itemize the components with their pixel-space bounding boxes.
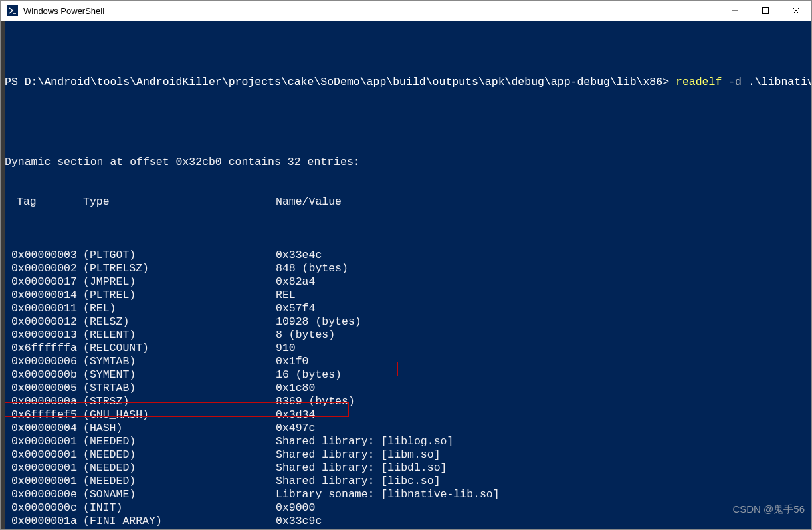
output-rows: 0x00000003(PLTGOT)0x33e4c 0x00000002(PLT… xyxy=(5,249,809,529)
column-headers: TagTypeName/Value xyxy=(5,196,809,209)
cell-tag: 0x00000012 xyxy=(5,315,83,329)
cell-tag: 0x0000000b xyxy=(5,368,83,382)
cell-value: 0x497c xyxy=(276,422,315,435)
cell-type: (PLTRELSZ) xyxy=(83,262,276,275)
table-row: 0x00000003(PLTGOT)0x33e4c xyxy=(5,249,809,262)
prompt-gt: > xyxy=(662,76,669,88)
cell-tag: 0x00000002 xyxy=(5,262,83,275)
cell-type: (JMPREL) xyxy=(83,275,276,289)
table-row: 0x00000001(NEEDED)Shared library: [libdl… xyxy=(5,462,809,475)
cell-tag: 0x00000001 xyxy=(5,435,83,448)
cell-type: (RELSZ) xyxy=(83,315,276,329)
table-row: 0x00000001(NEEDED)Shared library: [libc.… xyxy=(5,475,809,488)
cell-value: 0x33c9c xyxy=(276,515,322,528)
close-button[interactable] xyxy=(781,1,811,21)
cell-tag: 0x6ffffef5 xyxy=(5,408,83,422)
cell-type: (RELENT) xyxy=(83,329,276,342)
cell-tag: 0x00000001 xyxy=(5,475,83,488)
table-row: 0x00000011(REL)0x57f4 xyxy=(5,302,809,315)
app-window: Windows PowerShell PS D:\Android\tools\A… xyxy=(0,0,812,530)
cell-value: REL xyxy=(276,289,296,302)
cell-type: (STRTAB) xyxy=(83,382,276,395)
cell-type: (SYMENT) xyxy=(83,368,276,382)
cell-value: 8 (bytes) xyxy=(276,528,335,529)
cell-value: Shared library: [libm.so] xyxy=(276,448,441,462)
cwd-path: D:\Android\tools\AndroidKiller\projects\… xyxy=(25,76,662,88)
hdr-value: Name/Value xyxy=(276,196,342,209)
minimize-button[interactable] xyxy=(720,1,750,21)
cell-type: (PLTGOT) xyxy=(83,249,276,262)
cell-value: 0x1c80 xyxy=(276,382,315,395)
cell-tag: 0x0000001c xyxy=(5,528,83,529)
titlebar[interactable]: Windows PowerShell xyxy=(1,1,811,21)
cell-tag: 0x00000014 xyxy=(5,289,83,302)
cell-tag: 0x00000001 xyxy=(5,462,83,475)
cell-value: 0x1f0 xyxy=(276,355,309,368)
cell-value: Shared library: [liblog.so] xyxy=(276,435,453,448)
cell-type: (NEEDED) xyxy=(83,462,276,475)
table-row: 0x00000017(JMPREL)0x82a4 xyxy=(5,275,809,289)
cell-type: (INIT) xyxy=(83,501,276,515)
cell-value: 0x57f4 xyxy=(276,302,315,315)
cell-value: 0x9000 xyxy=(276,501,315,515)
prompt-line-1: PS D:\Android\tools\AndroidKiller\projec… xyxy=(5,76,809,89)
scrollbar-left[interactable] xyxy=(1,21,5,529)
table-row: 0x00000004(HASH)0x497c xyxy=(5,422,809,435)
cell-type: (FINI_ARRAY) xyxy=(83,515,276,528)
table-row: 0x00000001(NEEDED)Shared library: [libm.… xyxy=(5,448,809,462)
command-name: readelf xyxy=(676,76,722,88)
cell-type: (NEEDED) xyxy=(83,435,276,448)
cell-tag: 0x0000000e xyxy=(5,488,83,501)
cell-tag: 0x00000017 xyxy=(5,275,83,289)
table-row: 0x00000013(RELENT)8 (bytes) xyxy=(5,329,809,342)
table-row: 0x00000012(RELSZ)10928 (bytes) xyxy=(5,315,809,329)
cell-value: Library soname: [libnative-lib.so] xyxy=(276,488,500,501)
cell-value: Shared library: [libdl.so] xyxy=(276,462,447,475)
cell-tag: 0x0000000a xyxy=(5,395,83,408)
cell-type: (PLTREL) xyxy=(83,289,276,302)
cell-value: 848 (bytes) xyxy=(276,262,348,275)
cell-tag: 0x0000001a xyxy=(5,515,83,528)
section-header: Dynamic section at offset 0x32cb0 contai… xyxy=(5,156,809,169)
ps-prefix: PS xyxy=(5,76,25,88)
cell-type: (REL) xyxy=(83,302,276,315)
cell-tag: 0x00000006 xyxy=(5,355,83,368)
cell-tag: 0x00000013 xyxy=(5,329,83,342)
table-row: 0x6ffffffa(RELCOUNT)910 xyxy=(5,342,809,355)
cell-type: (SONAME) xyxy=(83,488,276,501)
table-row: 0x00000001(NEEDED)Shared library: [liblo… xyxy=(5,435,809,448)
cell-type: (NEEDED) xyxy=(83,448,276,462)
terminal-area[interactable]: PS D:\Android\tools\AndroidKiller\projec… xyxy=(1,21,811,529)
cell-value: 0x33e4c xyxy=(276,249,322,262)
cell-value: 910 xyxy=(276,342,296,355)
table-row: 0x6ffffef5(GNU_HASH)0x3d34 xyxy=(5,408,809,422)
cell-tag: 0x00000001 xyxy=(5,448,83,462)
cell-value: 10928 (bytes) xyxy=(276,315,361,329)
maximize-button[interactable] xyxy=(750,1,781,21)
cell-value: 0x3d34 xyxy=(276,408,315,422)
cell-value: Shared library: [libc.so] xyxy=(276,475,441,488)
table-row: 0x0000001c(FINI_ARRAYSZ)8 (bytes) xyxy=(5,528,809,529)
table-row: 0x0000001a(FINI_ARRAY)0x33c9c xyxy=(5,515,809,528)
hdr-type: Type xyxy=(83,196,276,209)
cell-type: (FINI_ARRAYSZ) xyxy=(83,528,276,529)
cell-tag: 0x6ffffffa xyxy=(5,342,83,355)
hdr-tag: Tag xyxy=(5,196,83,209)
cell-type: (STRSZ) xyxy=(83,395,276,408)
table-row: 0x0000000e(SONAME)Library soname: [libna… xyxy=(5,488,809,501)
cell-value: 8 (bytes) xyxy=(276,329,335,342)
table-row: 0x00000006(SYMTAB)0x1f0 xyxy=(5,355,809,368)
table-row: 0x0000000c(INIT)0x9000 xyxy=(5,501,809,515)
window-title: Windows PowerShell xyxy=(23,6,720,16)
cell-value: 16 (bytes) xyxy=(276,368,342,382)
cell-type: (HASH) xyxy=(83,422,276,435)
table-row: 0x00000014(PLTREL)REL xyxy=(5,289,809,302)
cell-tag: 0x00000011 xyxy=(5,302,83,315)
cell-type: (NEEDED) xyxy=(83,475,276,488)
cell-tag: 0x00000003 xyxy=(5,249,83,262)
powershell-icon xyxy=(7,5,18,16)
svg-rect-1 xyxy=(763,8,769,14)
cell-type: (SYMTAB) xyxy=(83,355,276,368)
table-row: 0x00000002(PLTRELSZ)848 (bytes) xyxy=(5,262,809,275)
cell-tag: 0x0000000c xyxy=(5,501,83,515)
